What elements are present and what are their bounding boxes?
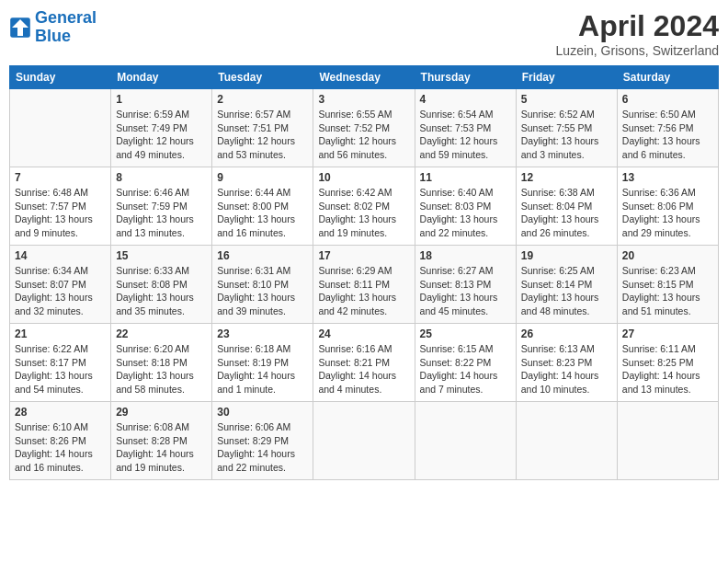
day-cell: 18Sunrise: 6:27 AMSunset: 8:13 PMDayligh… [415,246,516,324]
day-cell [313,402,415,480]
day-number: 15 [116,249,207,262]
day-info: Sunrise: 6:57 AMSunset: 7:51 PMDaylight:… [217,108,308,162]
day-number: 28 [15,406,106,419]
day-cell: 13Sunrise: 6:36 AMSunset: 8:06 PMDayligh… [617,167,718,246]
day-number: 30 [217,406,308,419]
week-row-5: 28Sunrise: 6:10 AMSunset: 8:26 PMDayligh… [10,402,719,480]
day-info: Sunrise: 6:25 AMSunset: 8:14 PMDaylight:… [521,264,612,318]
day-number: 8 [116,171,207,184]
day-cell: 9Sunrise: 6:44 AMSunset: 8:00 PMDaylight… [212,167,313,246]
col-monday: Monday [111,66,212,89]
day-cell: 14Sunrise: 6:34 AMSunset: 8:07 PMDayligh… [10,246,111,324]
day-number: 1 [116,93,207,106]
week-row-1: 1Sunrise: 6:59 AMSunset: 7:49 PMDaylight… [10,89,719,167]
day-cell: 5Sunrise: 6:52 AMSunset: 7:55 PMDaylight… [516,89,617,167]
day-cell: 22Sunrise: 6:20 AMSunset: 8:18 PMDayligh… [111,324,212,402]
day-number: 11 [420,171,511,184]
day-info: Sunrise: 6:38 AMSunset: 8:04 PMDaylight:… [521,186,612,240]
day-info: Sunrise: 6:27 AMSunset: 8:13 PMDaylight:… [420,264,511,318]
day-info: Sunrise: 6:11 AMSunset: 8:25 PMDaylight:… [622,342,713,396]
day-number: 24 [318,327,409,340]
day-number: 20 [622,249,713,262]
day-info: Sunrise: 6:46 AMSunset: 7:59 PMDaylight:… [116,186,207,240]
day-info: Sunrise: 6:55 AMSunset: 7:52 PMDaylight:… [318,108,409,162]
day-info: Sunrise: 6:15 AMSunset: 8:22 PMDaylight:… [420,342,511,396]
day-number: 18 [420,249,511,262]
day-info: Sunrise: 6:42 AMSunset: 8:02 PMDaylight:… [318,186,409,240]
day-cell: 12Sunrise: 6:38 AMSunset: 8:04 PMDayligh… [516,167,617,246]
logo-line2: Blue [35,27,71,45]
day-number: 7 [15,171,106,184]
day-number: 29 [116,406,207,419]
day-info: Sunrise: 6:22 AMSunset: 8:17 PMDaylight:… [15,342,106,396]
day-cell: 25Sunrise: 6:15 AMSunset: 8:22 PMDayligh… [415,324,516,402]
location: Luzein, Grisons, Switzerland [556,43,719,58]
logo-line1: General [35,8,97,27]
day-info: Sunrise: 6:54 AMSunset: 7:53 PMDaylight:… [420,108,511,162]
day-cell: 2Sunrise: 6:57 AMSunset: 7:51 PMDaylight… [212,89,313,167]
month-title: April 2024 [556,9,719,43]
day-info: Sunrise: 6:31 AMSunset: 8:10 PMDaylight:… [217,264,308,318]
day-number: 17 [318,249,409,262]
day-info: Sunrise: 6:36 AMSunset: 8:06 PMDaylight:… [622,186,713,240]
day-number: 6 [622,93,713,106]
day-number: 12 [521,171,612,184]
day-cell [415,402,516,480]
day-number: 3 [318,93,409,106]
day-number: 10 [318,171,409,184]
day-number: 22 [116,327,207,340]
day-cell: 29Sunrise: 6:08 AMSunset: 8:28 PMDayligh… [111,402,212,480]
day-number: 4 [420,93,511,106]
day-cell: 8Sunrise: 6:46 AMSunset: 7:59 PMDaylight… [111,167,212,246]
day-cell: 15Sunrise: 6:33 AMSunset: 8:08 PMDayligh… [111,246,212,324]
day-info: Sunrise: 6:08 AMSunset: 8:28 PMDaylight:… [116,420,207,475]
day-number: 5 [521,93,612,106]
col-thursday: Thursday [415,66,516,89]
day-number: 23 [217,327,308,340]
title-block: April 2024 Luzein, Grisons, Switzerland [556,9,719,58]
day-number: 19 [521,249,612,262]
day-info: Sunrise: 6:33 AMSunset: 8:08 PMDaylight:… [116,264,207,318]
col-wednesday: Wednesday [313,66,415,89]
day-info: Sunrise: 6:29 AMSunset: 8:11 PMDaylight:… [318,264,409,318]
col-saturday: Saturday [617,66,718,89]
day-cell: 4Sunrise: 6:54 AMSunset: 7:53 PMDaylight… [415,89,516,167]
day-info: Sunrise: 6:44 AMSunset: 8:00 PMDaylight:… [217,186,308,240]
week-row-4: 21Sunrise: 6:22 AMSunset: 8:17 PMDayligh… [10,324,719,402]
day-info: Sunrise: 6:23 AMSunset: 8:15 PMDaylight:… [622,264,713,318]
day-cell: 11Sunrise: 6:40 AMSunset: 8:03 PMDayligh… [415,167,516,246]
day-cell: 26Sunrise: 6:13 AMSunset: 8:23 PMDayligh… [516,324,617,402]
day-cell: 20Sunrise: 6:23 AMSunset: 8:15 PMDayligh… [617,246,718,324]
day-cell: 27Sunrise: 6:11 AMSunset: 8:25 PMDayligh… [617,324,718,402]
day-number: 27 [622,327,713,340]
day-info: Sunrise: 6:59 AMSunset: 7:49 PMDaylight:… [116,108,207,162]
day-info: Sunrise: 6:34 AMSunset: 8:07 PMDaylight:… [15,264,106,318]
day-cell: 7Sunrise: 6:48 AMSunset: 7:57 PMDaylight… [10,167,111,246]
day-number: 26 [521,327,612,340]
day-info: Sunrise: 6:20 AMSunset: 8:18 PMDaylight:… [116,342,207,396]
day-cell [617,402,718,480]
day-number: 21 [15,327,106,340]
day-cell: 21Sunrise: 6:22 AMSunset: 8:17 PMDayligh… [10,324,111,402]
day-info: Sunrise: 6:50 AMSunset: 7:56 PMDaylight:… [622,108,713,162]
day-cell: 28Sunrise: 6:10 AMSunset: 8:26 PMDayligh… [10,402,111,480]
day-number: 14 [15,249,106,262]
day-info: Sunrise: 6:40 AMSunset: 8:03 PMDaylight:… [420,186,511,240]
week-row-3: 14Sunrise: 6:34 AMSunset: 8:07 PMDayligh… [10,246,719,324]
col-sunday: Sunday [10,66,111,89]
day-number: 2 [217,93,308,106]
day-cell: 24Sunrise: 6:16 AMSunset: 8:21 PMDayligh… [313,324,415,402]
day-info: Sunrise: 6:06 AMSunset: 8:29 PMDaylight:… [217,420,308,475]
logo-icon [9,17,31,39]
day-number: 13 [622,171,713,184]
day-info: Sunrise: 6:18 AMSunset: 8:19 PMDaylight:… [217,342,308,396]
page: General Blue April 2024 Luzein, Grisons,… [0,0,728,563]
day-number: 16 [217,249,308,262]
logo: General Blue [9,9,97,46]
day-number: 25 [420,327,511,340]
day-info: Sunrise: 6:13 AMSunset: 8:23 PMDaylight:… [521,342,612,396]
day-cell: 16Sunrise: 6:31 AMSunset: 8:10 PMDayligh… [212,246,313,324]
day-cell [516,402,617,480]
day-cell [10,89,111,167]
day-cell: 10Sunrise: 6:42 AMSunset: 8:02 PMDayligh… [313,167,415,246]
